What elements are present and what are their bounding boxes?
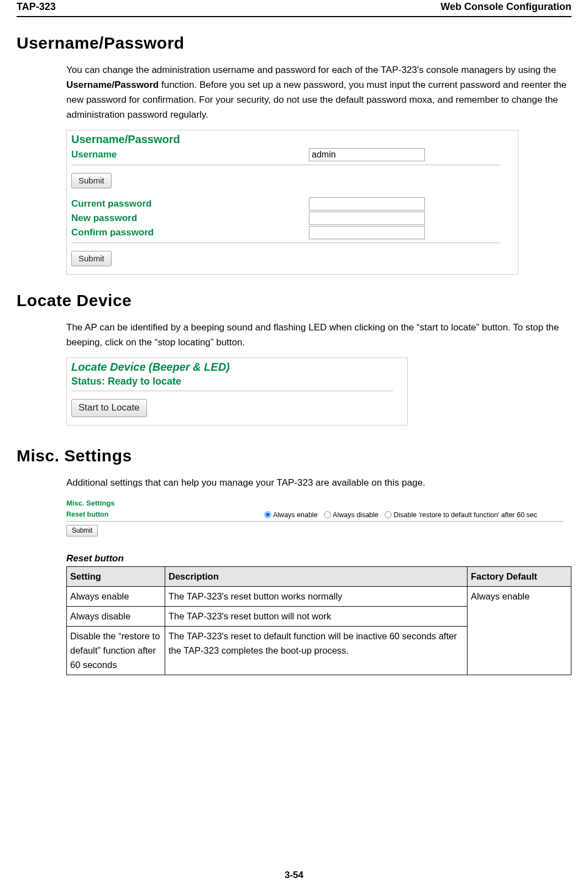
heading-misc-settings: Misc. Settings — [17, 446, 571, 465]
submit-misc-button[interactable]: Submit — [66, 525, 98, 537]
radio-disable-restore-60sec[interactable] — [385, 512, 392, 518]
para-locate-device: The AP can be identified by a beeping so… — [66, 320, 571, 350]
heading-username-password: Username/Password — [17, 34, 571, 52]
para-up-p1: You can change the administration userna… — [66, 65, 556, 75]
heading-locate-device: Locate Device — [17, 291, 571, 310]
table-reset-button: Setting Description Factory Default Alwa… — [66, 566, 571, 675]
table-row: Always enable The TAP-323's reset button… — [67, 586, 571, 606]
ui-title-locate-device: Locate Device (Beeper & LED) — [71, 361, 403, 374]
table-header-row: Setting Description Factory Default — [67, 566, 571, 586]
table-caption-reset-button: Reset button — [66, 553, 571, 564]
start-locate-button[interactable]: Start to Locate — [71, 399, 147, 417]
page-number: 3-54 — [0, 870, 588, 881]
input-new-password[interactable] — [309, 212, 425, 225]
para-username-password: You can change the administration userna… — [66, 62, 571, 122]
label-confirm-password: Confirm password — [71, 227, 309, 238]
label-username: Username — [71, 149, 309, 160]
input-confirm-password[interactable] — [309, 226, 425, 239]
label-new-password: New password — [71, 213, 309, 224]
submit-username-button[interactable]: Submit — [71, 173, 112, 188]
doc-header-right: Web Console Configuration — [440, 1, 571, 13]
label-current-password: Current password — [71, 198, 309, 209]
th-setting: Setting — [67, 566, 165, 586]
radio-group-reset: Always enable Always disable Disable 're… — [260, 511, 537, 519]
td-setting: Disable the “restore to default” functio… — [67, 626, 165, 675]
td-description: The TAP-323's reset button will not work — [165, 606, 468, 626]
para-up-bold: Username/Password — [66, 80, 159, 90]
td-factory-default: Always enable — [468, 586, 571, 675]
td-description: The TAP-323's reset to default function … — [165, 626, 468, 675]
submit-password-button[interactable]: Submit — [71, 251, 112, 266]
status-locate: Status: Ready to locate — [71, 376, 403, 387]
ui-title-misc-settings: Misc. Settings — [66, 499, 564, 507]
input-current-password[interactable] — [309, 197, 425, 211]
th-factory-default: Factory Default — [468, 566, 571, 586]
para-misc-settings: Additional settings that can help you ma… — [66, 475, 571, 490]
radio-always-enable[interactable] — [264, 512, 271, 518]
ui-title-username-password: Username/Password — [71, 133, 513, 146]
th-description: Description — [165, 566, 468, 586]
input-username[interactable] — [309, 148, 425, 161]
td-description: The TAP-323's reset button works normall… — [165, 586, 468, 606]
radio-label-disable-restore-60sec: Disable 'restore to default function' af… — [393, 511, 537, 519]
radio-label-always-enable: Always enable — [273, 511, 318, 519]
doc-header-left: TAP-323 — [17, 1, 56, 13]
td-setting: Always disable — [67, 606, 165, 626]
radio-always-disable[interactable] — [324, 512, 330, 518]
label-reset-button: Reset button — [66, 511, 260, 518]
td-setting: Always enable — [67, 586, 165, 606]
radio-label-always-disable: Always disable — [333, 511, 379, 519]
